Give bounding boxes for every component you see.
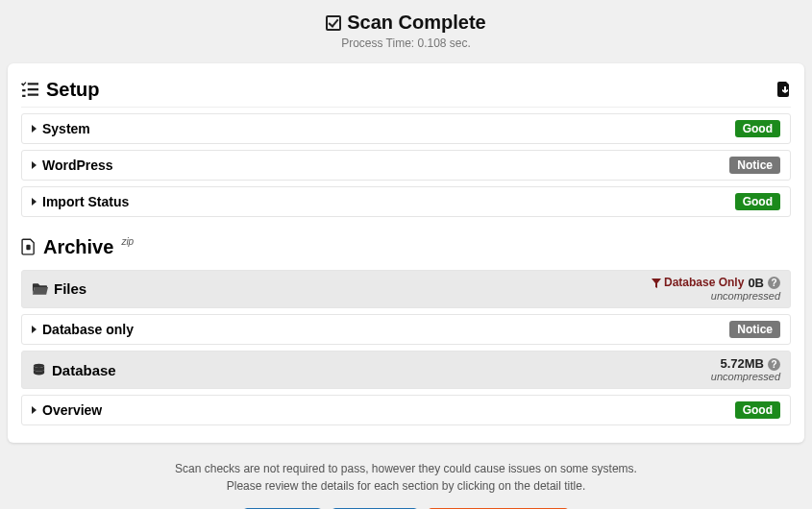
folder-open-icon [32,282,48,296]
row-label: Overview [42,402,102,418]
status-badge: Good [735,193,780,210]
status-badge: Notice [729,157,780,174]
status-badge: Good [735,401,780,419]
caret-right-icon [32,161,37,169]
svg-rect-0 [26,245,30,250]
database-subtext: uncompressed [711,371,780,382]
database-size: 5.72MB [720,357,764,371]
archive-header: Archive zip [21,230,791,264]
footer-line2: Please review the details for each secti… [8,477,804,495]
caret-right-icon [32,125,37,133]
help-icon[interactable]: ? [768,277,780,289]
group-label: Files [54,280,86,297]
footer-line1: Scan checks are not required to pass, ho… [8,460,804,477]
row-label: Database only [42,322,134,337]
caret-right-icon [32,326,37,333]
setup-row-system[interactable]: System Good [21,113,791,144]
row-label: Import Status [42,194,129,209]
file-export-icon[interactable] [777,82,791,97]
caret-right-icon [32,406,37,414]
svg-point-1 [34,363,44,367]
row-label: WordPress [42,158,113,173]
setup-title: Setup [46,79,100,101]
setup-header: Setup [21,73,791,108]
page-title: Scan Complete [326,12,485,34]
row-label: System [42,121,90,136]
setup-row-wordpress[interactable]: WordPress Notice [21,150,791,181]
archive-title: Archive [43,236,113,258]
page-title-text: Scan Complete [347,12,485,34]
archive-file-icon [21,238,36,255]
database-group: Database 5.72MB ? uncompressed [21,351,791,389]
setup-row-import[interactable]: Import Status Good [21,186,791,217]
database-icon [32,363,46,377]
files-size: 0B [748,277,764,290]
archive-format: zip [121,236,134,247]
scan-panel: Setup System Good WordPress Notice Impor… [8,63,804,444]
files-group: Files Database Only 0B ? uncompressed [21,270,791,308]
filter-label: Database Only [664,277,744,289]
group-label: Database [52,362,116,378]
status-badge: Notice [729,321,780,338]
caret-right-icon [32,198,37,206]
database-row-overview[interactable]: Overview Good [21,395,791,425]
tasks-icon [21,81,38,98]
files-row-dbonly[interactable]: Database only Notice [21,314,791,345]
check-square-icon [326,15,341,31]
filter-indicator: Database Only [652,277,744,289]
status-badge: Good [735,120,780,137]
files-subtext: uncompressed [711,290,780,302]
help-icon[interactable]: ? [768,358,780,371]
process-time: Process Time: 0.108 sec. [8,36,804,50]
